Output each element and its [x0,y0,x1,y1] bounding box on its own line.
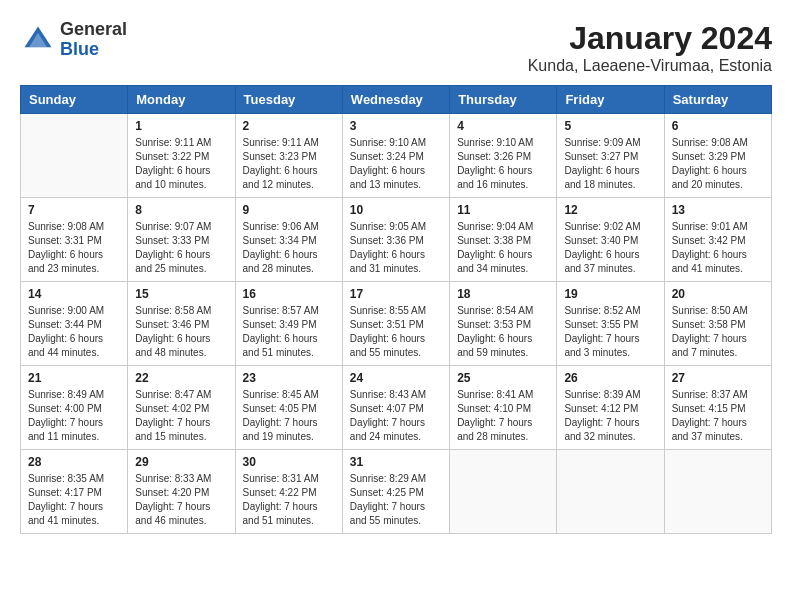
day-info: Sunrise: 8:33 AM Sunset: 4:20 PM Dayligh… [135,472,227,528]
day-number: 20 [672,287,764,301]
day-number: 2 [243,119,335,133]
calendar-table: SundayMondayTuesdayWednesdayThursdayFrid… [20,85,772,534]
day-info: Sunrise: 9:11 AM Sunset: 3:22 PM Dayligh… [135,136,227,192]
day-info: Sunrise: 8:52 AM Sunset: 3:55 PM Dayligh… [564,304,656,360]
day-info: Sunrise: 9:10 AM Sunset: 3:24 PM Dayligh… [350,136,442,192]
day-number: 13 [672,203,764,217]
calendar-cell [664,450,771,534]
calendar-cell [450,450,557,534]
day-number: 27 [672,371,764,385]
logo-icon [20,22,56,58]
calendar-cell: 31Sunrise: 8:29 AM Sunset: 4:25 PM Dayli… [342,450,449,534]
day-info: Sunrise: 9:08 AM Sunset: 3:29 PM Dayligh… [672,136,764,192]
day-info: Sunrise: 8:57 AM Sunset: 3:49 PM Dayligh… [243,304,335,360]
calendar-cell: 17Sunrise: 8:55 AM Sunset: 3:51 PM Dayli… [342,282,449,366]
weekday-header-tuesday: Tuesday [235,86,342,114]
weekday-header-monday: Monday [128,86,235,114]
day-number: 7 [28,203,120,217]
calendar-cell: 20Sunrise: 8:50 AM Sunset: 3:58 PM Dayli… [664,282,771,366]
day-number: 12 [564,203,656,217]
day-info: Sunrise: 8:47 AM Sunset: 4:02 PM Dayligh… [135,388,227,444]
calendar-cell: 6Sunrise: 9:08 AM Sunset: 3:29 PM Daylig… [664,114,771,198]
day-info: Sunrise: 9:00 AM Sunset: 3:44 PM Dayligh… [28,304,120,360]
day-number: 31 [350,455,442,469]
logo: General Blue [20,20,127,60]
day-info: Sunrise: 8:37 AM Sunset: 4:15 PM Dayligh… [672,388,764,444]
day-info: Sunrise: 9:06 AM Sunset: 3:34 PM Dayligh… [243,220,335,276]
day-number: 16 [243,287,335,301]
calendar-cell: 26Sunrise: 8:39 AM Sunset: 4:12 PM Dayli… [557,366,664,450]
day-number: 24 [350,371,442,385]
day-info: Sunrise: 8:55 AM Sunset: 3:51 PM Dayligh… [350,304,442,360]
day-number: 17 [350,287,442,301]
day-info: Sunrise: 9:07 AM Sunset: 3:33 PM Dayligh… [135,220,227,276]
day-number: 9 [243,203,335,217]
day-number: 10 [350,203,442,217]
calendar-cell: 15Sunrise: 8:58 AM Sunset: 3:46 PM Dayli… [128,282,235,366]
day-number: 29 [135,455,227,469]
day-number: 14 [28,287,120,301]
title-block: January 2024 Kunda, Laeaene-Virumaa, Est… [528,20,772,75]
day-number: 18 [457,287,549,301]
calendar-cell: 1Sunrise: 9:11 AM Sunset: 3:22 PM Daylig… [128,114,235,198]
calendar-cell: 28Sunrise: 8:35 AM Sunset: 4:17 PM Dayli… [21,450,128,534]
day-number: 28 [28,455,120,469]
calendar-title: January 2024 [528,20,772,57]
day-info: Sunrise: 9:04 AM Sunset: 3:38 PM Dayligh… [457,220,549,276]
day-info: Sunrise: 8:43 AM Sunset: 4:07 PM Dayligh… [350,388,442,444]
calendar-cell: 2Sunrise: 9:11 AM Sunset: 3:23 PM Daylig… [235,114,342,198]
calendar-cell: 23Sunrise: 8:45 AM Sunset: 4:05 PM Dayli… [235,366,342,450]
logo-text: General Blue [60,20,127,60]
day-number: 15 [135,287,227,301]
weekday-header-sunday: Sunday [21,86,128,114]
calendar-cell: 27Sunrise: 8:37 AM Sunset: 4:15 PM Dayli… [664,366,771,450]
calendar-cell: 4Sunrise: 9:10 AM Sunset: 3:26 PM Daylig… [450,114,557,198]
day-number: 22 [135,371,227,385]
day-number: 4 [457,119,549,133]
day-number: 11 [457,203,549,217]
weekday-header-wednesday: Wednesday [342,86,449,114]
calendar-cell: 18Sunrise: 8:54 AM Sunset: 3:53 PM Dayli… [450,282,557,366]
day-info: Sunrise: 8:45 AM Sunset: 4:05 PM Dayligh… [243,388,335,444]
calendar-cell: 19Sunrise: 8:52 AM Sunset: 3:55 PM Dayli… [557,282,664,366]
weekday-header-saturday: Saturday [664,86,771,114]
calendar-cell: 13Sunrise: 9:01 AM Sunset: 3:42 PM Dayli… [664,198,771,282]
day-info: Sunrise: 9:05 AM Sunset: 3:36 PM Dayligh… [350,220,442,276]
day-number: 25 [457,371,549,385]
calendar-cell: 25Sunrise: 8:41 AM Sunset: 4:10 PM Dayli… [450,366,557,450]
weekday-header-thursday: Thursday [450,86,557,114]
day-info: Sunrise: 9:02 AM Sunset: 3:40 PM Dayligh… [564,220,656,276]
day-info: Sunrise: 8:35 AM Sunset: 4:17 PM Dayligh… [28,472,120,528]
day-number: 5 [564,119,656,133]
day-info: Sunrise: 9:08 AM Sunset: 3:31 PM Dayligh… [28,220,120,276]
day-info: Sunrise: 8:58 AM Sunset: 3:46 PM Dayligh… [135,304,227,360]
day-info: Sunrise: 8:29 AM Sunset: 4:25 PM Dayligh… [350,472,442,528]
day-info: Sunrise: 8:49 AM Sunset: 4:00 PM Dayligh… [28,388,120,444]
calendar-cell: 11Sunrise: 9:04 AM Sunset: 3:38 PM Dayli… [450,198,557,282]
calendar-cell: 10Sunrise: 9:05 AM Sunset: 3:36 PM Dayli… [342,198,449,282]
calendar-cell: 21Sunrise: 8:49 AM Sunset: 4:00 PM Dayli… [21,366,128,450]
day-number: 26 [564,371,656,385]
day-number: 6 [672,119,764,133]
calendar-cell: 9Sunrise: 9:06 AM Sunset: 3:34 PM Daylig… [235,198,342,282]
day-number: 8 [135,203,227,217]
calendar-cell: 5Sunrise: 9:09 AM Sunset: 3:27 PM Daylig… [557,114,664,198]
day-info: Sunrise: 8:31 AM Sunset: 4:22 PM Dayligh… [243,472,335,528]
calendar-cell: 3Sunrise: 9:10 AM Sunset: 3:24 PM Daylig… [342,114,449,198]
day-info: Sunrise: 9:01 AM Sunset: 3:42 PM Dayligh… [672,220,764,276]
weekday-header-friday: Friday [557,86,664,114]
day-info: Sunrise: 9:11 AM Sunset: 3:23 PM Dayligh… [243,136,335,192]
day-number: 3 [350,119,442,133]
calendar-subtitle: Kunda, Laeaene-Virumaa, Estonia [528,57,772,75]
calendar-cell: 7Sunrise: 9:08 AM Sunset: 3:31 PM Daylig… [21,198,128,282]
day-number: 30 [243,455,335,469]
calendar-cell [21,114,128,198]
day-info: Sunrise: 8:54 AM Sunset: 3:53 PM Dayligh… [457,304,549,360]
calendar-cell: 12Sunrise: 9:02 AM Sunset: 3:40 PM Dayli… [557,198,664,282]
day-info: Sunrise: 8:39 AM Sunset: 4:12 PM Dayligh… [564,388,656,444]
calendar-cell: 30Sunrise: 8:31 AM Sunset: 4:22 PM Dayli… [235,450,342,534]
calendar-cell: 29Sunrise: 8:33 AM Sunset: 4:20 PM Dayli… [128,450,235,534]
day-number: 21 [28,371,120,385]
page-header: General Blue January 2024 Kunda, Laeaene… [20,20,772,75]
day-number: 1 [135,119,227,133]
